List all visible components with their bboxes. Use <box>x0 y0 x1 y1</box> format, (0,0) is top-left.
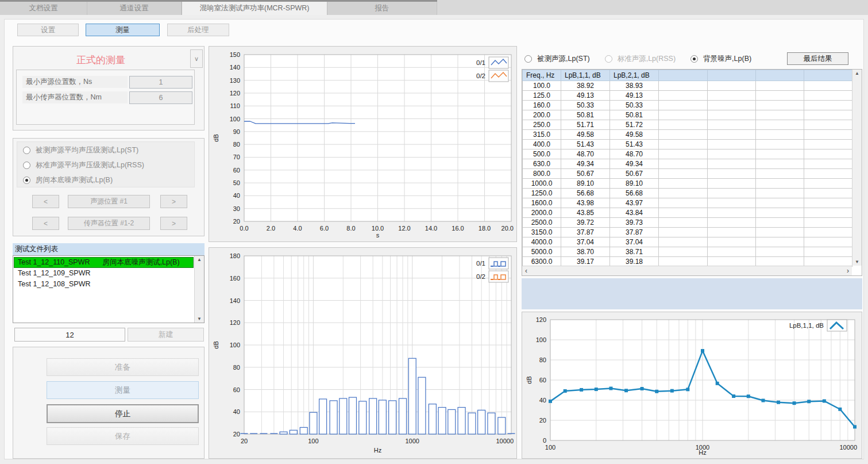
table-row[interactable]: 125.049.1349.13 <box>523 91 852 101</box>
table-cell <box>756 110 804 120</box>
table-cell <box>756 81 804 91</box>
table-cell: 43.85 <box>561 208 610 218</box>
nm-label: 最小传声器位置数，Nm <box>22 91 128 103</box>
legend-item-0/1[interactable] <box>489 57 508 68</box>
svg-text:14.0: 14.0 <box>425 225 437 232</box>
mic-position-prev-button[interactable]: < <box>32 217 59 230</box>
table-row[interactable]: 250.051.7151.72 <box>523 120 852 130</box>
table-row[interactable]: 630.049.3449.34 <box>523 159 852 169</box>
scroll-right-icon[interactable]: › <box>847 267 849 275</box>
measurement-mode-panel: 正式的测量 ∨ 最小声源位置数，Ns 1 最小传声器位置数，Nm 6 <box>13 46 205 131</box>
test-type-radio-1[interactable]: 标准声源平均声压级测试,Lp(RSS) <box>23 158 194 172</box>
tab-mcr-spwr[interactable]: 混响室法测试声功率(MCR-SPWR) <box>182 2 327 15</box>
nm-value-input[interactable]: 6 <box>129 91 192 104</box>
table-row[interactable]: 500.048.7048.70 <box>523 149 852 159</box>
table-header-cell <box>659 70 708 81</box>
table-cell: 160.0 <box>523 101 561 110</box>
measurement-mode-dropdown[interactable]: 正式的测量 <box>13 53 188 67</box>
results-radio-2[interactable]: 背景噪声,Lp(B) <box>690 52 751 65</box>
scroll-down-icon[interactable]: ▼ <box>197 316 202 321</box>
table-cell <box>659 169 708 179</box>
scroll-down-icon[interactable]: ▼ <box>855 259 859 264</box>
chevron-down-icon[interactable]: ∨ <box>190 49 203 68</box>
table-row[interactable]: 3150.037.8737.87 <box>523 228 852 237</box>
table-row[interactable]: 1000.089.1089.10 <box>523 179 852 189</box>
measure-button[interactable]: 测量 <box>47 381 199 399</box>
table-cell <box>756 198 804 208</box>
table-row[interactable]: 4000.037.0437.04 <box>523 237 852 247</box>
tab-document-settings[interactable]: 文档设置 <box>0 2 87 15</box>
table-row[interactable]: 800.050.6750.67 <box>523 169 852 179</box>
scroll-up-icon[interactable]: ▲ <box>855 71 859 76</box>
table-row[interactable]: 400.051.4351.43 <box>523 140 852 149</box>
tab-report[interactable]: 报告 <box>327 2 437 15</box>
table-cell: 315.0 <box>523 130 561 140</box>
file-count-button[interactable]: 12 <box>14 328 125 342</box>
table-row[interactable]: 5000.038.7038.71 <box>523 247 852 257</box>
table-header-cell: LpB,1,1, dB <box>561 70 610 81</box>
new-file-button[interactable]: 新建 <box>128 328 204 342</box>
table-row[interactable]: 315.049.5849.58 <box>523 130 852 140</box>
legend-item-0/2[interactable] <box>489 70 508 82</box>
source-position-prev-button[interactable]: < <box>32 195 59 208</box>
source-position-next-button[interactable]: > <box>160 195 187 208</box>
test-type-radio-2[interactable]: 房间本底噪声测试,Lp(B) <box>23 172 194 187</box>
table-cell: 2000.0 <box>523 208 561 218</box>
table-row[interactable]: 1600.043.9843.97 <box>523 198 852 208</box>
table-cell: 50.67 <box>561 169 610 179</box>
legend-item-LpB,1,1, dB[interactable] <box>827 320 847 331</box>
table-cell <box>659 140 708 149</box>
source-position-button[interactable]: 声源位置 #1 <box>68 195 150 208</box>
legend-item-0/2[interactable] <box>489 271 508 282</box>
svg-text:40: 40 <box>233 192 240 199</box>
list-item[interactable]: Test 1_12_109_SPWR <box>14 268 194 279</box>
table-cell: 6300.0 <box>523 257 561 267</box>
final-result-button[interactable]: 最后结果 <box>787 52 848 65</box>
test-type-radio-0[interactable]: 被测声源平均声压级测试,Lp(ST) <box>23 143 194 158</box>
table-cell <box>659 218 708 228</box>
results-radio-1[interactable]: 标准声源,Lp(RSS) <box>605 52 676 65</box>
table-cell: 4000.0 <box>523 237 561 247</box>
scroll-left-icon[interactable]: ‹ <box>525 267 527 275</box>
table-vscrollbar[interactable]: ▲ ▼ <box>852 70 862 266</box>
table-cell <box>708 237 756 247</box>
table-header-cell: Freq., Hz <box>523 70 561 81</box>
file-list[interactable]: Test 1_12_110_SPWR房间本底噪声测试,Lp(B)Test 1_1… <box>13 255 205 323</box>
subtab-settings[interactable]: 设置 <box>17 24 79 36</box>
mic-position-next-button[interactable]: > <box>160 217 187 230</box>
table-row[interactable]: 2500.039.7239.73 <box>523 218 852 228</box>
table-row[interactable]: 6300.039.1739.18 <box>523 257 852 267</box>
table-cell <box>804 208 852 218</box>
svg-text:50: 50 <box>233 179 240 186</box>
table-cell <box>659 81 708 91</box>
table-row[interactable]: 100.038.9238.93 <box>523 81 852 91</box>
legend-item-0/1[interactable] <box>489 258 508 269</box>
ns-value-input[interactable]: 1 <box>129 76 192 89</box>
list-item[interactable]: Test 1_12_110_SPWR房间本底噪声测试,Lp(B) <box>14 257 194 268</box>
subtab-postprocess[interactable]: 后处理 <box>167 24 229 36</box>
table-cell: 37.87 <box>610 228 659 237</box>
table-cell: 37.87 <box>561 228 610 237</box>
table-cell <box>756 140 804 149</box>
results-radio-0[interactable]: 被测声源,Lp(ST) <box>524 52 590 65</box>
table-hscrollbar[interactable]: ‹ › <box>522 266 852 275</box>
subtab-measure[interactable]: 测量 <box>86 24 160 36</box>
table-header-cell <box>756 70 804 81</box>
table-cell <box>804 140 852 149</box>
table-cell <box>804 228 852 237</box>
list-item[interactable]: Test 1_12_108_SPWR <box>14 279 194 290</box>
table-cell <box>756 91 804 101</box>
scroll-up-icon[interactable]: ▲ <box>197 257 202 262</box>
stop-button[interactable]: 停止 <box>47 404 199 423</box>
table-row[interactable]: 2000.043.8543.84 <box>523 208 852 218</box>
table-cell: 1600.0 <box>523 198 561 208</box>
file-list-scrollbar[interactable]: ▲ ▼ <box>194 256 204 323</box>
mic-position-button[interactable]: 传声器位置 #1-2 <box>68 217 150 230</box>
svg-text:40: 40 <box>233 408 240 415</box>
tab-channel-settings[interactable]: 通道设置 <box>87 2 182 15</box>
table-cell <box>756 159 804 169</box>
table-row[interactable]: 1250.056.6856.68 <box>523 189 852 198</box>
table-row[interactable]: 160.050.3350.33 <box>523 101 852 110</box>
radio-label: 标准声源,Lp(RSS) <box>618 54 676 64</box>
table-row[interactable]: 200.050.8150.81 <box>523 110 852 120</box>
